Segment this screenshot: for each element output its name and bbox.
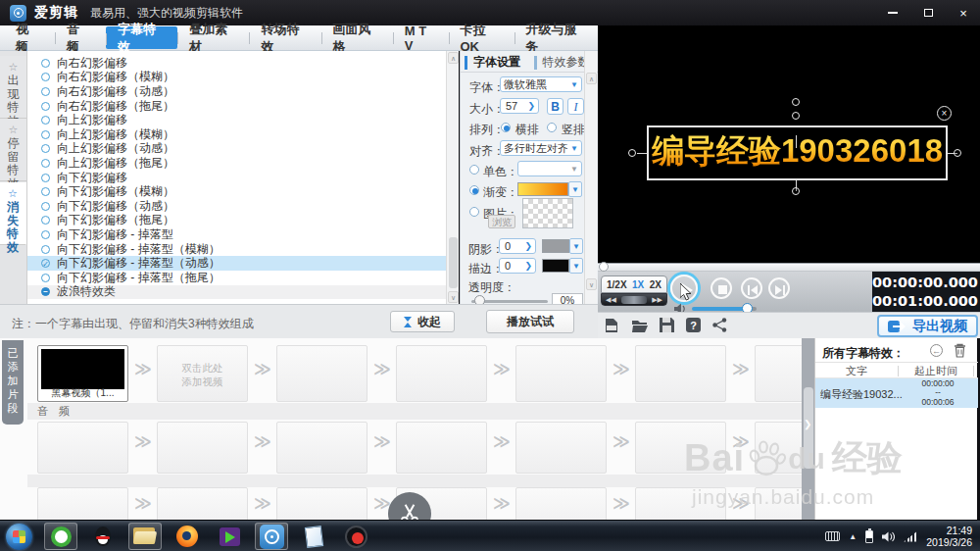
outline-spinner[interactable]: 0❯ bbox=[499, 258, 536, 274]
effect-item[interactable]: 向下幻影偏移 - 掉落型（模糊） bbox=[27, 242, 446, 257]
menu-tab-6[interactable]: 画面风格 bbox=[321, 25, 393, 50]
menu-tab-8[interactable]: 卡拉OK bbox=[449, 25, 514, 50]
hd-export-icon[interactable] bbox=[604, 318, 619, 333]
menu-tab-7[interactable]: M T V bbox=[393, 25, 449, 50]
top-handle[interactable] bbox=[792, 112, 800, 120]
effect-list-scrollbar[interactable]: ∧ ∨ bbox=[446, 51, 459, 304]
effect-item[interactable]: 向下幻影偏移 bbox=[27, 171, 446, 185]
menu-tab-5[interactable]: 转场特效 bbox=[249, 25, 320, 50]
vertical-label[interactable]: 竖排 bbox=[562, 122, 585, 138]
solid-color-radio[interactable] bbox=[469, 165, 479, 175]
outline-dropdown-icon[interactable]: ▼ bbox=[569, 258, 583, 274]
effect-item[interactable]: 向右幻影偏移（动感） bbox=[27, 84, 446, 99]
remove-subtitle-icon[interactable]: × bbox=[937, 106, 952, 121]
empty-clip-slot[interactable] bbox=[37, 487, 128, 520]
font-size-spinner[interactable]: 57❯ bbox=[500, 98, 539, 114]
subtitle-row[interactable]: 编导经验19032... 00:00:00 -- 00:00:06 bbox=[815, 378, 978, 408]
scroll-down-icon[interactable]: ∨ bbox=[586, 278, 597, 290]
undo-icon[interactable]: ← bbox=[930, 344, 943, 357]
category-tab-3[interactable]: ☆消失特效 bbox=[0, 182, 26, 245]
empty-clip-slot[interactable] bbox=[515, 345, 607, 402]
empty-clip-slot[interactable] bbox=[276, 345, 368, 402]
panel-scrollbar[interactable]: ∧ ∨ bbox=[584, 51, 597, 304]
effect-item[interactable]: 向下幻影偏移（动感） bbox=[27, 199, 446, 214]
media-player-button[interactable] bbox=[213, 523, 246, 550]
help-icon[interactable]: ? bbox=[686, 318, 701, 332]
subtitle-selection-box[interactable]: 编导经验190326018 bbox=[647, 125, 948, 180]
effect-item[interactable]: 向右幻影偏移（模糊） bbox=[27, 71, 446, 85]
bold-button[interactable]: B bbox=[547, 98, 564, 115]
tab-font-settings[interactable]: 字体设置 bbox=[461, 53, 530, 72]
category-tab-1[interactable]: ☆出现特效 bbox=[0, 56, 26, 119]
jog-knob[interactable] bbox=[621, 296, 647, 304]
menu-tab-2[interactable]: 音 频 bbox=[55, 25, 106, 50]
close-button[interactable]: × bbox=[953, 4, 974, 22]
keyboard-tray-icon[interactable] bbox=[825, 531, 840, 541]
play-test-button[interactable]: 播放试试 bbox=[486, 310, 574, 333]
empty-clip-slot[interactable] bbox=[157, 487, 248, 520]
notepad-button[interactable] bbox=[297, 523, 330, 550]
minimize-button[interactable] bbox=[882, 4, 904, 22]
splitter-arrow-icon[interactable]: ❯ bbox=[804, 419, 811, 429]
battery-icon[interactable] bbox=[865, 530, 873, 543]
file-explorer-button[interactable] bbox=[128, 523, 162, 550]
empty-clip-slot[interactable] bbox=[276, 487, 368, 520]
empty-clip-slot[interactable] bbox=[396, 345, 487, 402]
effect-item[interactable]: 向右幻影偏移（拖尾） bbox=[27, 99, 446, 114]
gradient-radio[interactable] bbox=[469, 185, 479, 195]
effect-item[interactable]: 向下幻影偏移 - 掉落型（拖尾） bbox=[27, 271, 446, 285]
gradient-swatch[interactable] bbox=[517, 182, 568, 196]
empty-clip-slot[interactable] bbox=[37, 422, 128, 474]
panel-splitter[interactable]: ❯ bbox=[802, 338, 814, 520]
effect-item[interactable]: 向右幻影偏移 bbox=[27, 56, 446, 71]
effect-item[interactable]: 向上幻影偏移（拖尾） bbox=[27, 156, 446, 171]
align-dropdown[interactable]: 多行时左对齐▼ bbox=[500, 140, 582, 156]
shadow-spinner[interactable]: 0❯ bbox=[499, 238, 536, 254]
qq-button[interactable] bbox=[86, 523, 120, 550]
scroll-up-icon[interactable]: ∧ bbox=[448, 52, 459, 64]
speed-2x[interactable]: 2X bbox=[650, 279, 662, 290]
font-family-dropdown[interactable]: 微软雅黑▼ bbox=[500, 76, 582, 92]
speaker-tray-icon[interactable] bbox=[882, 531, 895, 542]
outline-color-swatch[interactable] bbox=[542, 259, 569, 273]
seek-bar[interactable] bbox=[598, 263, 980, 272]
taskbar-clock[interactable]: 21:49 2019/3/26 bbox=[926, 525, 978, 548]
bottom-handle[interactable] bbox=[792, 187, 800, 195]
menu-tab-3[interactable]: 字幕特效 bbox=[106, 26, 177, 49]
italic-button[interactable]: I bbox=[567, 98, 584, 115]
left-handle[interactable] bbox=[628, 149, 636, 157]
share-icon[interactable] bbox=[712, 318, 727, 332]
effect-item[interactable]: ✓向下幻影偏移 - 掉落型（动感） bbox=[27, 256, 446, 271]
show-hidden-icons[interactable]: ▲ bbox=[849, 532, 857, 541]
vertical-radio[interactable] bbox=[547, 123, 557, 132]
speed-1x[interactable]: 1X bbox=[632, 279, 644, 290]
empty-clip-slot[interactable] bbox=[755, 422, 802, 474]
clip-thumbnail[interactable]: 黑幕视频（1... bbox=[37, 345, 128, 402]
solid-color-dropdown[interactable]: ▼ bbox=[517, 161, 582, 176]
scroll-down-icon[interactable]: ∨ bbox=[448, 291, 459, 303]
menu-tab-4[interactable]: 叠加素材 bbox=[177, 25, 249, 50]
shadow-color-swatch[interactable] bbox=[542, 239, 569, 253]
network-icon[interactable] bbox=[904, 531, 917, 542]
stop-button[interactable] bbox=[710, 277, 732, 299]
empty-clip-slot[interactable] bbox=[755, 345, 802, 402]
horizontal-label[interactable]: 横排 bbox=[515, 122, 539, 138]
seek-handle[interactable] bbox=[599, 262, 609, 272]
menu-tab-1[interactable]: 视 频 bbox=[4, 25, 55, 50]
empty-clip-slot[interactable] bbox=[396, 422, 487, 474]
effect-item[interactable]: 向上幻影偏移（模糊） bbox=[27, 127, 446, 142]
save-project-icon[interactable] bbox=[660, 318, 674, 332]
browser-360-button[interactable] bbox=[44, 523, 77, 550]
previous-frame-button[interactable] bbox=[741, 277, 762, 299]
next-frame-button[interactable] bbox=[768, 277, 790, 299]
subtitle-overlay-text[interactable]: 编导经验190326018 bbox=[649, 129, 946, 174]
firefox-button[interactable] bbox=[171, 523, 204, 550]
scroll-up-icon[interactable]: ∧ bbox=[586, 73, 597, 84]
category-tab-2[interactable]: ☆停留特效 bbox=[0, 119, 26, 181]
effect-item[interactable]: 向下幻影偏移（模糊） bbox=[27, 184, 446, 199]
right-handle[interactable] bbox=[954, 149, 961, 157]
aijianji-button[interactable] bbox=[255, 523, 288, 550]
empty-clip-slot[interactable] bbox=[276, 422, 368, 474]
start-button[interactable] bbox=[2, 523, 35, 550]
open-project-icon[interactable] bbox=[631, 318, 649, 333]
